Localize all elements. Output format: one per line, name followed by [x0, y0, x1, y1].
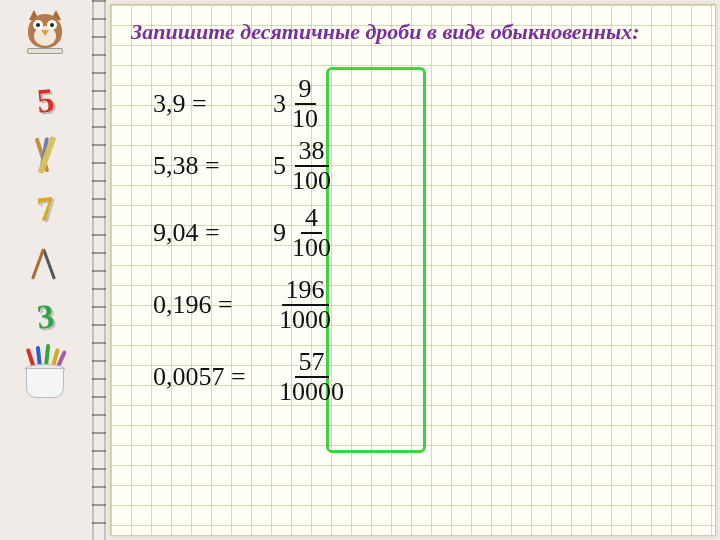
- fraction-answer: 5 38 100: [273, 138, 423, 194]
- problem-row: 5,38 = 5 38 100: [153, 135, 423, 197]
- pencil-cup-icon: [23, 348, 67, 400]
- whole-part: 9: [273, 218, 286, 248]
- whole-part: 5: [273, 151, 286, 181]
- problem-row: 3,9 = 3 9 10: [153, 73, 423, 135]
- fraction: 196 1000: [279, 277, 331, 333]
- number-5-icon: 5: [34, 73, 57, 128]
- fraction: 38 100: [292, 138, 331, 194]
- whole-part: 3: [273, 89, 286, 119]
- decimal-value: 5,38 =: [153, 151, 273, 181]
- problem-list: 3,9 = 3 9 10 5,38 = 5 38 100: [153, 73, 423, 413]
- decimal-value: 0,196 =: [153, 290, 273, 320]
- instruction-text: Запишите десятичные дроби в виде обыкнов…: [131, 19, 691, 44]
- fraction-answer: 57 10000: [273, 349, 423, 405]
- numerator: 38: [295, 138, 329, 167]
- problem-row: 9,04 = 9 4 100: [153, 197, 423, 269]
- owl-mascot-icon: [21, 8, 69, 56]
- numerator: 9: [295, 76, 316, 105]
- fraction-answer: 3 9 10: [273, 76, 423, 132]
- numerator: 4: [301, 205, 322, 234]
- problem-row: 0,0057 = 57 10000: [153, 341, 423, 413]
- fraction: 57 10000: [279, 349, 344, 405]
- decimal-value: 0,0057 =: [153, 362, 273, 392]
- sidebar: 5 7 3: [0, 0, 90, 540]
- number-7-icon: 7: [34, 181, 57, 236]
- decimal-value: 3,9 =: [153, 89, 273, 119]
- compass-icon: [25, 236, 65, 290]
- fraction: 4 100: [292, 205, 331, 261]
- number-3-icon: 3: [34, 289, 57, 344]
- numerator: 196: [282, 277, 329, 306]
- decimal-value: 9,04 =: [153, 218, 273, 248]
- fraction: 9 10: [292, 76, 318, 132]
- pen-ruler-icon: [25, 128, 65, 182]
- spiral-binding-icon: [92, 0, 106, 540]
- problem-row: 0,196 = 196 1000: [153, 269, 423, 341]
- worksheet-page: Запишите десятичные дроби в виде обыкнов…: [110, 4, 716, 536]
- denominator: 10000: [279, 378, 344, 405]
- fraction-answer: 9 4 100: [273, 205, 423, 261]
- denominator: 1000: [279, 306, 331, 333]
- denominator: 100: [292, 234, 331, 261]
- denominator: 100: [292, 167, 331, 194]
- numerator: 57: [295, 349, 329, 378]
- denominator: 10: [292, 105, 318, 132]
- fraction-answer: 196 1000: [273, 277, 423, 333]
